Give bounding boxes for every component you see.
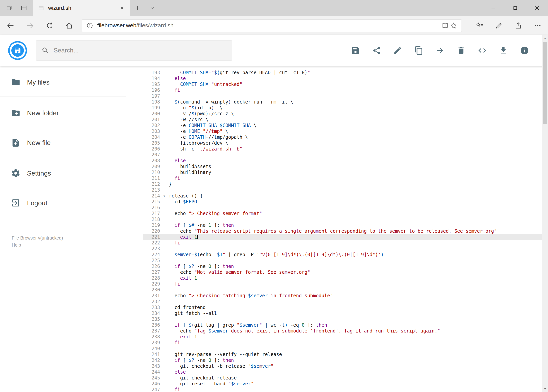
forward-button[interactable] (21, 17, 39, 34)
code-line-229[interactable]: 229 fi (143, 281, 542, 287)
search-box[interactable] (36, 40, 232, 61)
code-line-237[interactable]: 237 echo "Tag $semver does not exist in … (143, 328, 542, 334)
tab-dropdown-button[interactable] (145, 0, 160, 16)
code-line-213[interactable]: 213 (143, 187, 542, 193)
save-button[interactable] (351, 46, 360, 55)
raw-code-button[interactable] (478, 46, 487, 55)
code-line-200[interactable]: 200 -v /$(pwd):/src:z \ (143, 111, 542, 117)
address-bar[interactable]: filebrowser.web/files/wizard.sh (82, 19, 462, 32)
sidebar-item-settings[interactable]: Settings (0, 164, 126, 182)
delete-button[interactable] (457, 46, 466, 55)
code-line-241[interactable]: 241 git rev-parse --verify --quiet relea… (143, 351, 542, 357)
code-line-215[interactable]: 215 cd $REPO (143, 199, 542, 205)
code-line-232[interactable]: 232 (143, 299, 542, 305)
code-line-236[interactable]: 236 if [ $(git tag | grep "$semver" | wc… (143, 322, 542, 328)
app-logo[interactable] (8, 41, 27, 60)
code-line-197[interactable]: 197 (143, 93, 542, 99)
sidebar-item-logout[interactable]: Logout (0, 194, 126, 212)
new-tab-button[interactable] (130, 0, 145, 16)
code-line-220[interactable]: 220 echo "This release script requires a… (143, 228, 542, 234)
site-info-icon[interactable] (85, 21, 94, 30)
home-button[interactable] (61, 17, 78, 34)
code-line-230[interactable]: 230 (143, 287, 542, 293)
download-button[interactable] (499, 46, 508, 55)
code-line-227[interactable]: 227 echo "Not valid semver format. See s… (143, 269, 542, 275)
code-line-205[interactable]: 205 filebrowser/dev \ (143, 140, 542, 146)
search-input[interactable] (54, 47, 227, 54)
code-line-228[interactable]: 228 exit 1 (143, 275, 542, 281)
info-button[interactable] (520, 46, 529, 55)
code-line-216[interactable]: 216 (143, 205, 542, 210)
code-line-199[interactable]: 199 -u "$(id -u)" \ (143, 105, 542, 111)
code-line-201[interactable]: 201 -w //src \ (143, 117, 542, 123)
code-line-240[interactable]: 240 (143, 346, 542, 351)
fold-arrow-icon[interactable]: ▾ (163, 193, 165, 199)
sidebar-item-new-file[interactable]: New file (0, 134, 126, 152)
code-line-217[interactable]: 217 echo "> Checking semver format" (143, 210, 542, 217)
code-line-204[interactable]: 204 -e GOPATH=//tmp/gopath \ (143, 134, 542, 140)
code-line-231[interactable]: 231 echo "> Checking matching $semver in… (143, 293, 542, 299)
code-line-194[interactable]: 194 else (143, 76, 542, 81)
favorite-star-icon[interactable] (449, 21, 458, 30)
reading-view-icon[interactable] (441, 21, 449, 30)
code-line-247[interactable]: 247 fi (143, 387, 542, 392)
move-button[interactable] (436, 46, 444, 55)
web-notes-icon[interactable] (490, 17, 508, 34)
code-line-219[interactable]: 219 if [ $# -ne 1 ]; then (143, 222, 542, 228)
code-line-211[interactable]: 211 fi (143, 175, 542, 181)
code-line-206[interactable]: 206 sh -c "./wizard.sh -b" (143, 146, 542, 152)
code-line-223[interactable]: 223 (143, 246, 542, 252)
share-icon[interactable] (509, 17, 527, 34)
code-line-226[interactable]: 226 if [ $? -ne 0 ]; then (143, 263, 542, 269)
code-line-193[interactable]: 193 COMMIT_SHA="$(git rev-parse HEAD | c… (143, 70, 542, 76)
rename-button[interactable] (393, 46, 402, 55)
page-scrollbar[interactable]: ▲ ▼ (542, 35, 548, 392)
code-line-234[interactable]: 234 git fetch --all (143, 310, 542, 316)
help-link[interactable]: Help (12, 242, 126, 249)
code-line-202[interactable]: 202 -e COMMIT_SHA=$COMMIT_SHA \ (143, 123, 542, 128)
scroll-up-arrow-icon[interactable]: ▲ (542, 35, 548, 41)
tab-preview-icon[interactable] (5, 3, 14, 13)
code-line-233[interactable]: 233 cd frontend (143, 305, 542, 310)
back-button[interactable] (2, 17, 19, 34)
tab-close-icon[interactable] (118, 5, 126, 12)
code-line-222[interactable]: 222 fi (143, 240, 542, 246)
set-aside-tabs-icon[interactable] (19, 3, 28, 13)
code-line-246[interactable]: 246 git reset --hard "$semver" (143, 381, 542, 387)
copy-button[interactable] (414, 46, 423, 55)
code-line-214[interactable]: 214▾release () { (143, 193, 542, 199)
code-line-225[interactable]: 225 (143, 258, 542, 263)
code-editor[interactable]: 193 COMMIT_SHA="$(git rev-parse HEAD | c… (143, 66, 542, 392)
code-line-244[interactable]: 244 else (143, 369, 542, 375)
code-line-242[interactable]: 242 if [ $? -ne 0 ]; then (143, 357, 542, 363)
hub-favorites-icon[interactable] (471, 17, 488, 34)
maximize-button[interactable] (504, 0, 526, 16)
code-line-209[interactable]: 209 buildAssets (143, 164, 542, 169)
code-line-224[interactable]: 224 semver=$(echo "$1" | grep -P '^v(0|[… (143, 252, 542, 258)
share-button[interactable] (372, 46, 381, 55)
code-line-198[interactable]: 198 $(command -v winpty) docker run --rm… (143, 99, 542, 105)
code-line-221[interactable]: 221 exit 1 (143, 234, 542, 240)
code-line-207[interactable]: 207 (143, 152, 542, 158)
sidebar-item-new-folder[interactable]: New folder (0, 104, 126, 122)
code-line-195[interactable]: 195 COMMIT_SHA="untracked" (143, 81, 542, 87)
code-line-203[interactable]: 203 -e HOME="//tmp" \ (143, 128, 542, 134)
code-line-238[interactable]: 238 exit 1 (143, 334, 542, 340)
scrollbar-thumb[interactable] (543, 42, 547, 124)
close-button[interactable] (526, 0, 548, 16)
sidebar-item-my-files[interactable]: My files (0, 73, 126, 91)
code-line-210[interactable]: 210 buildBinary (143, 169, 542, 175)
code-line-212[interactable]: 212} (143, 181, 542, 187)
more-options-icon[interactable] (529, 17, 547, 34)
code-line-243[interactable]: 243 git checkout -b release "$semver" (143, 363, 542, 369)
refresh-button[interactable] (41, 17, 58, 34)
code-line-245[interactable]: 245 git checkout release (143, 375, 542, 381)
code-line-196[interactable]: 196 fi (143, 87, 542, 93)
code-line-239[interactable]: 239 fi (143, 340, 542, 346)
minimize-button[interactable] (482, 0, 504, 16)
scroll-down-arrow-icon[interactable]: ▼ (542, 386, 548, 392)
browser-tab[interactable]: wizard.sh (33, 0, 130, 16)
code-line-208[interactable]: 208 else (143, 158, 542, 164)
code-line-218[interactable]: 218 (143, 217, 542, 222)
code-line-235[interactable]: 235 (143, 316, 542, 322)
